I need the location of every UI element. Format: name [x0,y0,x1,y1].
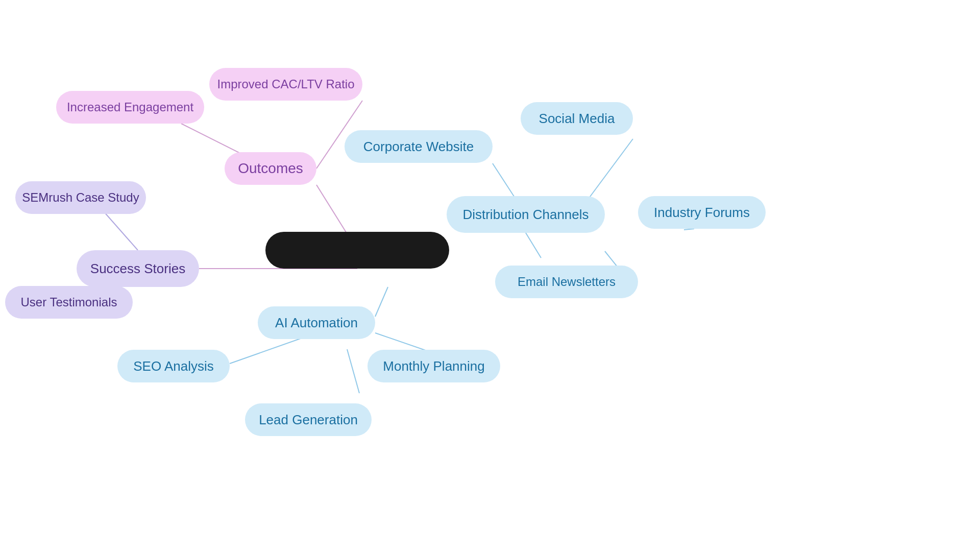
industry-forums-node: Industry Forums [638,196,766,229]
monthly-planning-node: Monthly Planning [368,350,500,382]
improved-cac-ltv-node: Improved CAC/LTV Ratio [209,68,362,101]
social-media-node: Social Media [521,102,633,135]
ai-automation-node: AI Automation [258,306,375,339]
semrush-case-study-node: SEMrush Case Study [15,181,146,214]
distribution-channels-node: Distribution Channels [447,196,605,233]
corporate-website-node: Corporate Website [345,130,493,163]
email-newsletters-node: Email Newsletters [495,266,638,298]
increased-engagement-node: Increased Engagement [56,91,204,124]
center-node [265,232,449,269]
success-stories-node: Success Stories [77,250,199,287]
svg-line-2 [526,233,541,258]
seo-analysis-node: SEO Analysis [117,350,230,382]
svg-line-14 [347,349,359,393]
user-testimonials-node: User Testimonials [5,286,133,319]
lead-generation-node: Lead Generation [245,403,372,436]
svg-line-10 [684,229,694,230]
svg-line-3 [375,287,388,317]
outcomes-node: Outcomes [225,152,316,185]
